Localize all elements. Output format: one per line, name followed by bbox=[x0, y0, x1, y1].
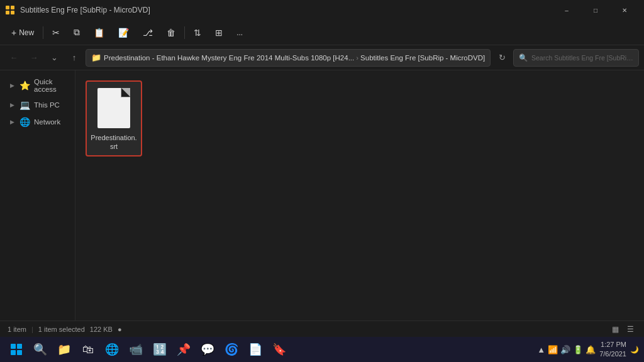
rename-button[interactable]: 📝 bbox=[112, 25, 135, 40]
back-button[interactable]: ← bbox=[5, 49, 23, 67]
address-path[interactable]: 📁 Predestination - Ethan Hawke Mystery E… bbox=[86, 49, 491, 67]
expand-arrow-this-pc: ▶ bbox=[10, 102, 14, 108]
status-dot: ● bbox=[118, 326, 122, 333]
grid-view-button[interactable]: ▦ bbox=[609, 323, 621, 336]
system-tray-icons: ▲ 📶 🔊 🔋 🔔 bbox=[537, 345, 596, 354]
toolbar: + New ✂ ⧉ 📋 📝 ⎇ 🗑 ⇅ ⊞ ... bbox=[0, 20, 644, 45]
svg-rect-0 bbox=[6, 6, 9, 9]
copy-button[interactable]: ⧉ bbox=[67, 25, 86, 40]
tray-sound-icon[interactable]: 🔊 bbox=[560, 345, 570, 354]
start-button[interactable] bbox=[5, 338, 28, 361]
taskbar-clock[interactable]: 1:27 PM 7/6/2021 bbox=[599, 340, 626, 359]
cut-button[interactable]: ✂ bbox=[46, 25, 66, 40]
toolbar-separator-1 bbox=[43, 26, 43, 39]
pc-icon: 💻 bbox=[19, 100, 30, 110]
forward-button[interactable]: → bbox=[25, 49, 43, 67]
sidebar: ▶ ⭐ Quick access ▶ 💻 This PC ▶ 🌐 Network bbox=[0, 70, 75, 321]
title-bar: Subtitles Eng Fre [SubRip - MicroDVD] – … bbox=[0, 0, 644, 20]
taskbar-chrome[interactable]: 🌀 bbox=[220, 338, 243, 361]
sidebar-label-network: Network bbox=[34, 118, 60, 126]
svg-rect-1 bbox=[11, 6, 14, 9]
view-button[interactable]: ⊞ bbox=[209, 25, 229, 40]
minimize-button[interactable]: – bbox=[552, 0, 581, 20]
sidebar-item-this-pc[interactable]: ▶ 💻 This PC bbox=[3, 97, 72, 113]
taskbar-messenger[interactable]: 💬 bbox=[196, 338, 219, 361]
file-name-srt: Predestination.srt bbox=[91, 133, 137, 151]
taskbar-file-explorer[interactable]: 📁 bbox=[53, 338, 75, 361]
search-placeholder: Search Subtitles Eng Fre [SubRip - Micro… bbox=[531, 54, 633, 62]
path-separator: › bbox=[356, 54, 358, 62]
tray-wifi-icon[interactable]: 📶 bbox=[548, 345, 558, 354]
window-icon bbox=[5, 5, 15, 15]
star-icon: ⭐ bbox=[19, 80, 30, 90]
clock-date: 7/6/2021 bbox=[599, 349, 626, 359]
file-icon-doc bbox=[97, 88, 130, 128]
toolbar-separator-2 bbox=[184, 26, 185, 39]
taskbar: 🔍 📁 🛍 🌐 📹 🔢 📌 💬 🌀 📄 🔖 ▲ 📶 🔊 🔋 🔔 1:27 PM … bbox=[0, 337, 644, 362]
taskbar-edge[interactable]: 🌐 bbox=[101, 338, 123, 361]
refresh-button[interactable]: ↻ bbox=[493, 49, 511, 67]
folder-icon-address: 📁 bbox=[91, 53, 101, 62]
address-chevron: ▾ bbox=[487, 53, 491, 62]
status-bar: 1 item | 1 item selected 122 KB ● ▦ ☰ bbox=[0, 321, 644, 337]
sidebar-item-network[interactable]: ▶ 🌐 Network bbox=[3, 114, 72, 130]
share-icon: ⎇ bbox=[143, 28, 153, 38]
share-button[interactable]: ⎇ bbox=[136, 25, 159, 40]
title-controls: – □ ✕ bbox=[552, 0, 639, 20]
rename-icon: 📝 bbox=[118, 28, 129, 38]
paste-button[interactable]: 📋 bbox=[87, 25, 111, 40]
sidebar-item-quick-access[interactable]: ▶ ⭐ Quick access bbox=[3, 75, 72, 96]
network-icon: 🌐 bbox=[19, 117, 30, 127]
file-area[interactable]: Predestination.srt bbox=[75, 70, 644, 321]
taskbar-zoom[interactable]: 📹 bbox=[125, 338, 147, 361]
paste-icon: 📋 bbox=[94, 28, 104, 38]
up-button[interactable]: ↑ bbox=[65, 49, 83, 67]
tray-notification-icon[interactable]: 🔔 bbox=[586, 345, 596, 354]
taskbar-extra[interactable]: 🔖 bbox=[268, 338, 291, 361]
status-item-count: 1 item bbox=[8, 326, 26, 333]
new-button[interactable]: + New bbox=[5, 25, 40, 40]
expand-arrow-network: ▶ bbox=[10, 119, 14, 125]
path-segment-2: Subtitles Eng Fre [SubRip - MicroDVD] bbox=[360, 54, 485, 62]
recent-button[interactable]: ⌄ bbox=[45, 49, 63, 67]
new-icon: + bbox=[11, 28, 16, 38]
sort-button[interactable]: ⇅ bbox=[187, 25, 208, 40]
path-segment-1: Predestination - Ethan Hawke Mystery Eng… bbox=[104, 54, 354, 62]
expand-arrow-quick-access: ▶ bbox=[10, 82, 14, 89]
taskbar-sticky[interactable]: 📌 bbox=[172, 338, 195, 361]
clock-time: 1:27 PM bbox=[601, 340, 626, 349]
sidebar-label-this-pc: This PC bbox=[34, 101, 60, 109]
search-box[interactable]: 🔍 Search Subtitles Eng Fre [SubRip - Mic… bbox=[513, 49, 639, 67]
status-size: 122 KB bbox=[90, 326, 113, 333]
window-title: Subtitles Eng Fre [SubRip - MicroDVD] bbox=[20, 6, 552, 14]
taskbar-store[interactable]: 🛍 bbox=[77, 338, 99, 361]
taskbar-search[interactable]: 🔍 bbox=[29, 338, 52, 361]
svg-rect-3 bbox=[11, 11, 14, 14]
notification-center-icon[interactable]: 🌙 bbox=[630, 346, 639, 354]
file-item-srt[interactable]: Predestination.srt bbox=[86, 80, 142, 156]
sidebar-label-quick-access: Quick access bbox=[34, 78, 67, 93]
status-right: ▦ ☰ bbox=[609, 323, 636, 336]
close-button[interactable]: ✕ bbox=[610, 0, 639, 20]
more-label: ... bbox=[236, 28, 243, 37]
taskbar-word[interactable]: 📄 bbox=[244, 338, 267, 361]
new-label: New bbox=[19, 28, 34, 37]
status-selected-count: 1 item selected bbox=[38, 326, 85, 333]
more-button[interactable]: ... bbox=[230, 26, 249, 40]
maximize-button[interactable]: □ bbox=[581, 0, 610, 20]
sort-icon: ⇅ bbox=[194, 28, 201, 38]
list-view-button[interactable]: ☰ bbox=[624, 323, 636, 336]
taskbar-calculator[interactable]: 🔢 bbox=[148, 338, 171, 361]
search-icon: 🔍 bbox=[519, 53, 528, 62]
delete-icon: 🗑 bbox=[167, 28, 175, 38]
delete-button[interactable]: 🗑 bbox=[160, 25, 182, 40]
windows-logo bbox=[11, 344, 22, 355]
address-bar: ← → ⌄ ↑ 📁 Predestination - Ethan Hawke M… bbox=[0, 45, 644, 70]
taskbar-right: ▲ 📶 🔊 🔋 🔔 1:27 PM 7/6/2021 🌙 bbox=[537, 340, 639, 359]
cut-icon: ✂ bbox=[52, 28, 60, 38]
copy-icon: ⧉ bbox=[74, 27, 80, 38]
file-icon-container bbox=[94, 85, 134, 131]
tray-battery-icon[interactable]: 🔋 bbox=[573, 345, 583, 354]
main-area: ▶ ⭐ Quick access ▶ 💻 This PC ▶ 🌐 Network… bbox=[0, 70, 644, 321]
tray-expand-icon[interactable]: ▲ bbox=[537, 345, 545, 354]
